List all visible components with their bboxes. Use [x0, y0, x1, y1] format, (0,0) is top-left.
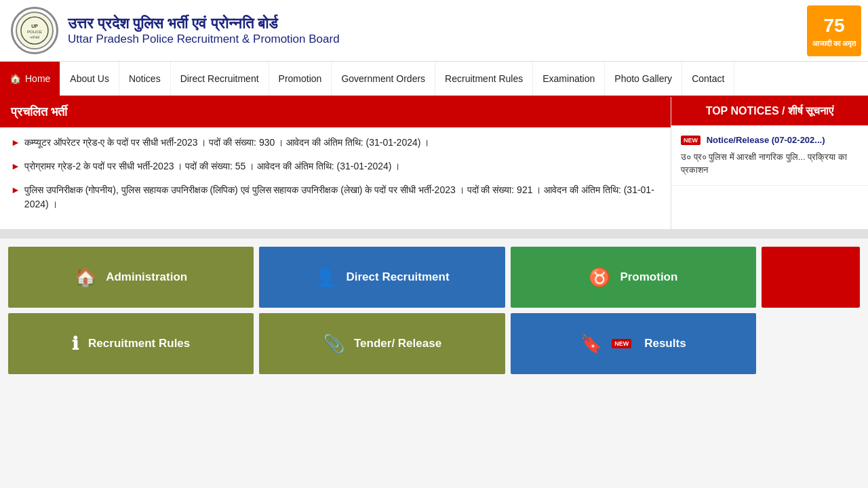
separator: [0, 229, 868, 239]
nav-photo-gallery[interactable]: Photo Gallery: [605, 62, 682, 96]
notice-text-2: प्रोग्रामर ग्रेड-2 के पदों पर सीधी भर्ती…: [24, 159, 401, 174]
nav-home[interactable]: 🏠 Home: [0, 62, 60, 96]
home-icon: 🏠: [9, 73, 21, 84]
nav-government-orders[interactable]: Government Orders: [332, 62, 435, 96]
person-icon: 👤: [315, 267, 336, 288]
card-results-label: Results: [644, 337, 686, 350]
taurus-icon: ♉: [589, 267, 610, 288]
header-text: उत्तर प्रदेश पुलिस भर्ती एवं प्रोन्नति ब…: [68, 15, 340, 46]
right-notice-body-1: उ० प्र० पुलिस में आरक्षी नागरिक पुलि... …: [681, 150, 859, 177]
cards-row-1: 🏠 Administration 👤 Direct Recruitment ♉ …: [3, 241, 865, 310]
bookmark-icon: 🔖: [580, 333, 602, 354]
cards-wrapper: 🏠 Administration 👤 Direct Recruitment ♉ …: [0, 239, 868, 382]
paperclip-icon: 📎: [323, 333, 344, 354]
nav-notices[interactable]: Notices: [119, 62, 171, 96]
notice-arrow-3: ►: [11, 183, 20, 197]
card-promotion-label: Promotion: [620, 270, 677, 284]
card-recruitment-rules[interactable]: ℹ Recruitment Rules: [8, 313, 254, 374]
right-panel: TOP NOTICES / शीर्ष सूचनाएं NEW Notice/R…: [671, 97, 868, 229]
right-panel-header: TOP NOTICES / शीर्ष सूचनाएं: [671, 97, 868, 125]
card-direct-recruitment[interactable]: 👤 Direct Recruitment: [259, 247, 505, 308]
left-panel-header: प्रचलित भर्ती: [0, 97, 671, 127]
header-badge: 75 आजादी का अमृत: [807, 5, 861, 56]
notice-item-3[interactable]: ► पुलिस उपनिरीक्षक (गोपनीय), पुलिस सहायक…: [11, 183, 660, 211]
card-direct-label: Direct Recruitment: [346, 270, 449, 284]
notice-text-1: कम्प्यूटर ऑपरेटर ग्रेड-ए के पदों पर सीधी…: [24, 136, 429, 150]
notice-list: ► कम्प्यूटर ऑपरेटर ग्रेड-ए के पदों पर सी…: [0, 127, 671, 229]
badge-text: आजादी का अमृत: [812, 39, 856, 48]
info-icon: ℹ: [72, 333, 79, 354]
title-english: Uttar Pradesh Police Recruitment & Promo…: [68, 33, 340, 46]
right-notice-item-1[interactable]: NEW Notice/Release (07-02-202...) उ० प्र…: [671, 125, 868, 186]
card-tender[interactable]: 📎 Tender/ Release: [259, 313, 505, 374]
card-extra: [762, 247, 860, 308]
right-notice-title-1: NEW Notice/Release (07-02-202...): [681, 134, 859, 147]
nav-examination[interactable]: Examination: [533, 62, 605, 96]
new-badge: NEW: [681, 136, 701, 145]
badge-number: 75: [823, 14, 844, 38]
card-rules-label: Recruitment Rules: [88, 337, 190, 350]
right-notice-heading-1: Notice/Release (07-02-202...): [707, 135, 825, 145]
nav-contact[interactable]: Contact: [682, 62, 734, 96]
notice-arrow-1: ►: [11, 136, 20, 150]
notice-arrow-2: ►: [11, 159, 20, 174]
card-placeholder: [762, 313, 860, 374]
nav-about[interactable]: About Us: [60, 62, 119, 96]
results-new-badge: NEW: [612, 339, 631, 348]
card-promotion[interactable]: ♉ Promotion: [511, 247, 756, 308]
svg-text:UP: UP: [31, 24, 38, 28]
cards-row-2: ℹ Recruitment Rules 📎 Tender/ Release 🔖 …: [3, 310, 865, 380]
navbar: 🏠 Home About Us Notices Direct Recruitme…: [0, 62, 868, 97]
card-results[interactable]: 🔖 NEW Results: [511, 313, 756, 374]
main-content: प्रचलित भर्ती ► कम्प्यूटर ऑपरेटर ग्रेड-ए…: [0, 97, 868, 229]
notice-text-3: पुलिस उपनिरीक्षक (गोपनीय), पुलिस सहायक उ…: [24, 183, 660, 211]
logo: UP POLICE भर्ती बोर्ड: [11, 7, 58, 54]
card-administration[interactable]: 🏠 Administration: [8, 247, 254, 308]
title-hindi: उत्तर प्रदेश पुलिस भर्ती एवं प्रोन्नति ब…: [68, 15, 340, 33]
svg-text:POLICE: POLICE: [27, 30, 42, 34]
card-admin-label: Administration: [106, 270, 187, 284]
svg-text:भर्ती बोर्ड: भर्ती बोर्ड: [30, 35, 40, 39]
nav-direct-recruitment[interactable]: Direct Recruitment: [171, 62, 269, 96]
nav-promotion[interactable]: Promotion: [269, 62, 332, 96]
notice-item-2[interactable]: ► प्रोग्रामर ग्रेड-2 के पदों पर सीधी भर्…: [11, 159, 660, 174]
left-panel: प्रचलित भर्ती ► कम्प्यूटर ऑपरेटर ग्रेड-ए…: [0, 97, 671, 229]
nav-recruitment-rules[interactable]: Recruitment Rules: [435, 62, 533, 96]
home-icon: 🏠: [75, 267, 96, 288]
card-tender-label: Tender/ Release: [354, 337, 441, 350]
header: UP POLICE भर्ती बोर्ड उत्तर प्रदेश पुलिस…: [0, 0, 868, 62]
notice-item-1[interactable]: ► कम्प्यूटर ऑपरेटर ग्रेड-ए के पदों पर सी…: [11, 136, 660, 150]
